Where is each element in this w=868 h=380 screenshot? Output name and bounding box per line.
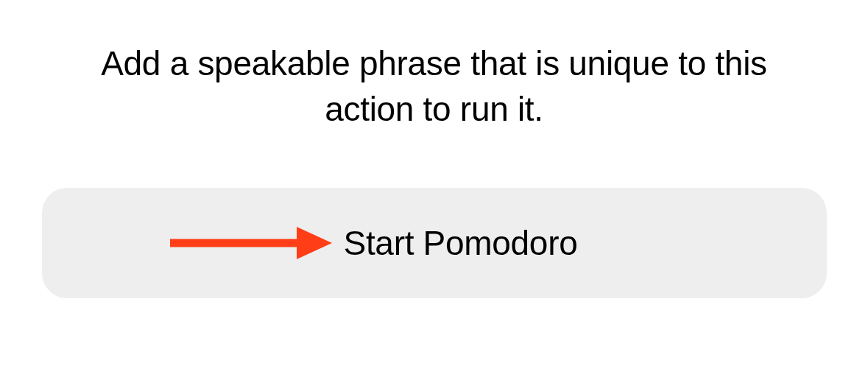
instruction-text: Add a speakable phrase that is unique to… <box>66 41 802 132</box>
phrase-input[interactable] <box>42 188 827 298</box>
shortcut-phrase-panel: Add a speakable phrase that is unique to… <box>0 0 868 380</box>
phrase-input-row <box>42 188 827 298</box>
